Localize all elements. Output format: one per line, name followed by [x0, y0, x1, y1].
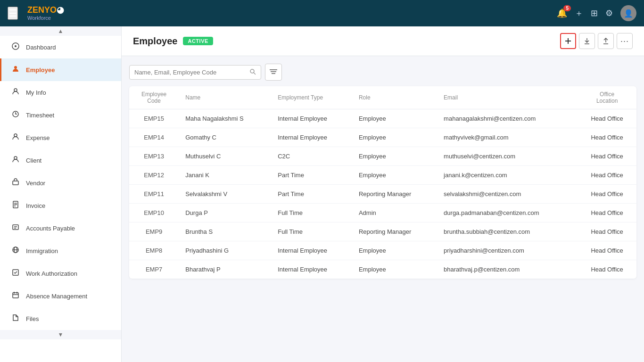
sidebar-scroll-down[interactable]: ▼	[0, 330, 121, 339]
main-layout: ▲ Dashboard Employee My Info Timesheet	[0, 26, 644, 362]
settings-button[interactable]: ⚙	[605, 8, 613, 18]
cell-name: Durga P	[179, 204, 271, 222]
cell-role: Employee	[352, 260, 437, 279]
cell-name[interactable]: Maha Nagalakshmi S	[179, 109, 271, 128]
cell-name[interactable]: Priyadhashini G	[179, 241, 271, 260]
cell-emp-type[interactable]: Internal Employee	[271, 128, 352, 147]
employee-table: EmployeeCode Name Employment Type Role E…	[129, 86, 636, 279]
col-office: OfficeLocation	[578, 86, 636, 109]
sidebar-label-employee: Employee	[26, 66, 55, 74]
vendor-icon	[11, 178, 20, 188]
sidebar-item-invoice[interactable]: Invoice	[0, 194, 121, 217]
cell-role: Employee	[352, 147, 437, 166]
cell-email[interactable]: mahanagalakshmi@centizen.com	[437, 109, 578, 128]
sidebar-item-work-authorization[interactable]: Work Authorization	[0, 262, 121, 285]
col-emp-type: Employment Type	[271, 86, 352, 109]
search-icon	[249, 68, 256, 76]
cell-name[interactable]: Janani K	[179, 166, 271, 185]
sidebar-label-expense: Expense	[26, 134, 50, 141]
add-button[interactable]: ＋	[575, 8, 583, 19]
sidebar-label-accounts-payable: Accounts Payable	[26, 225, 75, 232]
cell-emp-type[interactable]: Full Time	[271, 222, 352, 241]
cell-emp-type[interactable]: Internal Employee	[271, 260, 352, 279]
cell-role: Employee	[352, 128, 437, 147]
svg-point-29	[250, 69, 254, 73]
cell-email[interactable]: bharathvaj.p@centizen.com	[437, 260, 578, 279]
sidebar-item-files[interactable]: Files	[0, 307, 121, 330]
table-row: EMP8 Priyadhashini G Internal Employee E…	[129, 241, 636, 260]
export-button[interactable]	[579, 33, 595, 49]
table-row: EMP9 Bruntha S Full Time Reporting Manag…	[129, 222, 636, 241]
search-box	[129, 65, 261, 80]
table-toolbar	[129, 64, 636, 81]
cell-email[interactable]: bruntha.subbiah@centizen.com	[437, 222, 578, 241]
invoice-icon	[11, 201, 20, 210]
sidebar-item-accounts-payable[interactable]: Accounts Payable	[0, 217, 121, 239]
page-title: Employee	[133, 36, 177, 47]
add-employee-button[interactable]	[560, 33, 576, 49]
table-row: EMP14 Gomathy C Internal Employee Employ…	[129, 128, 636, 147]
sidebar-item-vendor[interactable]: Vendor	[0, 172, 121, 194]
cell-email[interactable]: priyadharshini@centizen.com	[437, 241, 578, 260]
import-button[interactable]	[598, 33, 614, 49]
sidebar-label-dashboard: Dashboard	[26, 44, 56, 51]
more-options-button[interactable]: ···	[617, 33, 633, 49]
sidebar-label-timesheet: Timesheet	[26, 112, 54, 119]
work-authorization-icon	[11, 269, 20, 278]
table-row: EMP7 Bharathvaj P Internal Employee Empl…	[129, 260, 636, 279]
sidebar-item-absence-management[interactable]: Absence Management	[0, 285, 121, 307]
cell-email[interactable]: durga.padmanaban@centizen.com	[437, 204, 578, 222]
sidebar-item-employee[interactable]: Employee	[0, 58, 121, 81]
cell-emp-type[interactable]: C2C	[271, 147, 352, 166]
sidebar-item-client[interactable]: Client	[0, 149, 121, 172]
sidebar-item-dashboard[interactable]: Dashboard	[0, 36, 121, 58]
cell-email[interactable]: selvalakshmi@centizen.com	[437, 185, 578, 204]
sidebar: ▲ Dashboard Employee My Info Timesheet	[0, 26, 122, 362]
main-content: Employee ACTIVE ···	[122, 26, 644, 362]
hamburger-menu[interactable]: ☰	[8, 7, 18, 20]
sidebar-item-immigration[interactable]: Immigration	[0, 239, 121, 262]
sidebar-scroll-up[interactable]: ▲	[0, 26, 121, 36]
cell-email[interactable]: janani.k@centizen.com	[437, 166, 578, 185]
col-email: Email	[437, 86, 578, 109]
cell-role: Employee	[352, 109, 437, 128]
cell-emp-type[interactable]: Internal Employee	[271, 109, 352, 128]
employee-icon	[11, 65, 20, 74]
svg-rect-19	[13, 293, 18, 298]
sidebar-item-timesheet[interactable]: Timesheet	[0, 104, 121, 126]
user-avatar[interactable]: 👤	[620, 5, 636, 21]
svg-line-30	[254, 73, 256, 74]
cell-emp-code: EMP9	[129, 222, 179, 241]
notification-badge: 5	[563, 5, 571, 11]
cell-email[interactable]: muthuselvi@centizen.com	[437, 147, 578, 166]
cell-emp-type[interactable]: Internal Employee	[271, 241, 352, 260]
cell-email[interactable]: mathyvivek@gmail.com	[437, 128, 578, 147]
svg-point-1	[15, 45, 17, 47]
sidebar-label-myinfo: My Info	[26, 89, 46, 96]
topnav-icons: 🔔 5 ＋ ⊞ ⚙ 👤	[557, 5, 636, 21]
cell-emp-type[interactable]: Part Time	[271, 185, 352, 204]
cell-name[interactable]: Muthuselvi C	[179, 147, 271, 166]
cell-name: Gomathy C	[179, 128, 271, 147]
grid-button[interactable]: ⊞	[591, 8, 598, 18]
topnav: ☰ ZENYO◕ Workforce 🔔 5 ＋ ⊞ ⚙ 👤	[0, 0, 644, 26]
cell-name: Selvalakshmi V	[179, 185, 271, 204]
sidebar-label-absence-management: Absence Management	[26, 293, 87, 300]
search-input[interactable]	[134, 69, 247, 76]
cell-office-location: Head Office	[578, 204, 636, 222]
cell-office-location: Head Office	[578, 185, 636, 204]
sidebar-label-vendor: Vendor	[26, 180, 45, 187]
table-row: EMP13 Muthuselvi C C2C Employee muthusel…	[129, 147, 636, 166]
cell-emp-type[interactable]: Full Time	[271, 204, 352, 222]
filter-button[interactable]	[265, 64, 282, 81]
cell-office-location: Head Office	[578, 222, 636, 241]
cell-emp-code: EMP13	[129, 147, 179, 166]
sidebar-item-expense[interactable]: Expense	[0, 126, 121, 149]
cell-office-location: Head Office	[578, 260, 636, 279]
absence-management-icon	[11, 291, 20, 301]
sidebar-item-myinfo[interactable]: My Info	[0, 81, 121, 104]
col-role: Role	[352, 86, 437, 109]
sidebar-label-invoice: Invoice	[26, 202, 45, 209]
cell-emp-type[interactable]: Part Time	[271, 166, 352, 185]
notifications-button[interactable]: 🔔 5	[557, 8, 567, 18]
